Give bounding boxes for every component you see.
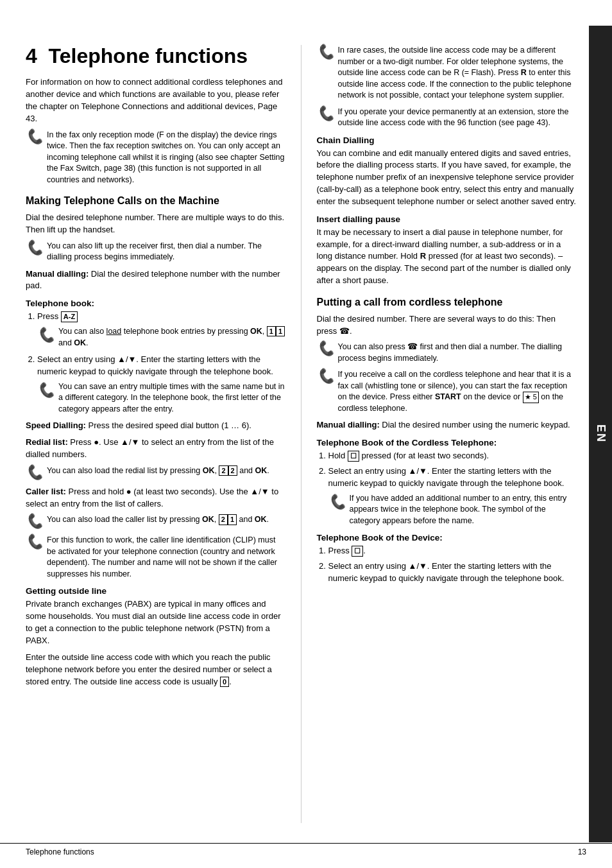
telephone-book-steps: Press A-Z 📞 You can also load telephone … xyxy=(26,311,285,415)
getting-outside-title: Getting outside line xyxy=(26,586,285,596)
note-icon-cordless2: 📞 xyxy=(317,368,334,385)
note-step1: 📞 You can also load telephone book entri… xyxy=(37,326,285,349)
footer-left: Telephone functions xyxy=(26,847,94,856)
getting-outside-para2: Enter the outside line access code with … xyxy=(26,652,285,688)
note-caller: 📞 You can also load the caller list by p… xyxy=(26,514,285,530)
note-cordless-additional: 📞 If you have added an additional number… xyxy=(328,493,577,527)
chain-dialling-text: You can combine and edit manually entere… xyxy=(317,148,577,208)
intro-text: For information on how to connect additi… xyxy=(26,76,285,125)
key-11b: 1 xyxy=(276,326,285,336)
note-96: 📞 If you operate your device permanently… xyxy=(317,107,577,129)
making-calls-intro: Dial the desired telephone number. There… xyxy=(26,212,285,236)
note-icon-additional: 📞 xyxy=(328,492,346,512)
note-icon-step2: 📞 xyxy=(37,380,55,401)
note-icon-clip: 📞 xyxy=(26,534,43,550)
insert-pause-title: Insert dialling pause xyxy=(317,214,577,224)
az-key: A-Z xyxy=(61,311,78,322)
key-11a: 1 xyxy=(267,326,276,336)
redial-list: Redial list: Press ●. Use ▲/▼ to select … xyxy=(26,437,285,461)
note-icon-step1: 📞 xyxy=(37,325,55,345)
telephone-book-label: Telephone book: xyxy=(26,299,285,308)
device-step-1: Press ☐. xyxy=(328,545,577,557)
step-2: Select an entry using ▲/▼. Enter the sta… xyxy=(37,354,285,415)
note-icon-redial: 📞 xyxy=(26,464,43,481)
getting-outside-para1: Private branch exchanges (PABX) are typi… xyxy=(26,598,285,647)
note-step2: 📞 You can save an entry multiple times w… xyxy=(37,381,285,415)
cordless-step-2: Select an entry using ▲/▼. Enter the sta… xyxy=(328,465,577,526)
note-icon-fax: 📞 xyxy=(26,128,43,145)
cordless-intro: Dial the desired number. There are sever… xyxy=(317,313,577,338)
key-22a: 2 xyxy=(219,465,228,476)
caller-list: Caller list: Press and hold ● (at least … xyxy=(26,486,285,510)
note-cordless-2: 📞 If you receive a call on the cordless … xyxy=(317,369,577,414)
key-21b: 1 xyxy=(228,514,237,525)
star5-key: ★ 5 xyxy=(523,392,539,403)
cordless-title: Putting a call from cordless telephone xyxy=(317,296,577,309)
code-0-key: 0 xyxy=(220,677,229,687)
step-1: Press A-Z 📞 You can also load telephone … xyxy=(37,311,285,349)
note-receiver: 📞 You can also lift up the receiver firs… xyxy=(26,241,285,263)
note-cordless-1: 📞 You can also press ☎ first and then di… xyxy=(317,342,577,364)
key-21a: 2 xyxy=(219,514,228,525)
note-fax-mode: 📞 In the fax only reception mode (F on t… xyxy=(26,130,285,186)
insert-pause-text: It may be necessary to insert a dial pau… xyxy=(317,227,577,287)
chain-dialling-title: Chain Dialling xyxy=(317,135,577,145)
making-calls-title: Making Telephone Calls on the Machine xyxy=(26,195,285,208)
cordless-manual-dialling: Manual dialling: Dial the desired number… xyxy=(317,419,577,431)
manual-dialling-label: Manual dialling: Dial the desired teleph… xyxy=(26,268,285,293)
book-key-cordless: ☐ xyxy=(348,451,359,461)
note-clip: 📞 For this function to work, the caller … xyxy=(26,535,285,580)
cordless-step-1: Hold ☐ pressed (for at least two seconds… xyxy=(328,450,577,462)
note-icon-rare: 📞 xyxy=(317,44,334,60)
tel-book-cordless-title: Telephone Book of the Cordless Telephone… xyxy=(317,438,577,447)
tel-book-device-steps: Press ☐. Select an entry using ▲/▼. Ente… xyxy=(317,545,577,585)
speed-dialling: Speed Dialling: Press the desired speed … xyxy=(26,420,285,432)
chapter-title: 4 Telephone functions xyxy=(26,45,285,67)
tel-book-device-title: Telephone Book of the Device: xyxy=(317,533,577,542)
note-icon-cordless1: 📞 xyxy=(317,340,334,357)
key-22b: 2 xyxy=(228,465,237,476)
book-key-device: ☐ xyxy=(352,546,363,556)
note-icon-receiver: 📞 xyxy=(26,239,43,256)
note-icon-96: 📞 xyxy=(317,105,334,122)
language-sidebar: EN xyxy=(589,26,612,842)
footer-right: 13 xyxy=(578,847,586,856)
note-redial: 📞 You can also load the redial list by p… xyxy=(26,465,285,481)
page-footer: Telephone functions 13 xyxy=(0,843,612,856)
note-rare-cases: 📞 In rare cases, the outside line access… xyxy=(317,45,577,101)
tel-book-cordless-steps: Hold ☐ pressed (for at least two seconds… xyxy=(317,450,577,526)
note-icon-caller: 📞 xyxy=(26,513,43,530)
device-step-2: Select an entry using ▲/▼. Enter the sta… xyxy=(328,560,577,585)
